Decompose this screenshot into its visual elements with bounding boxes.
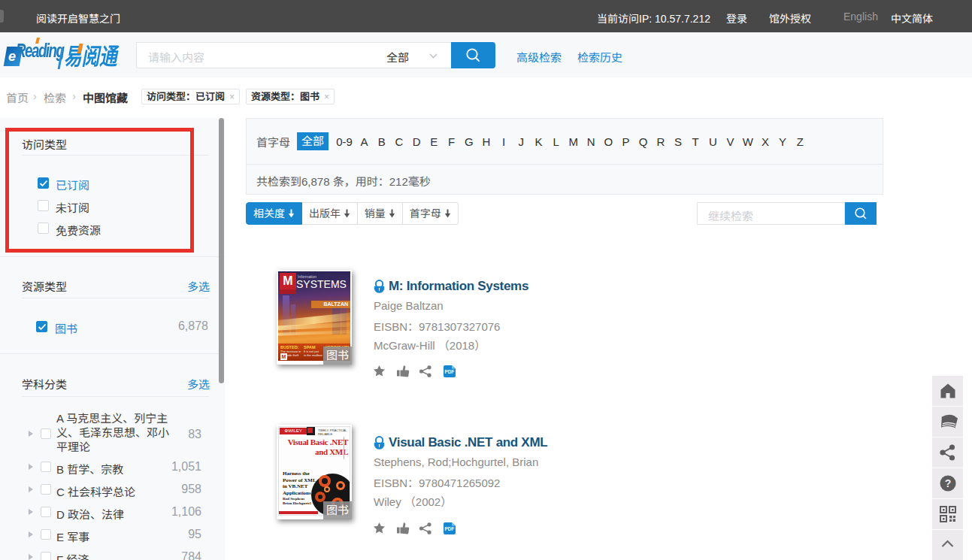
svg-text:PDF: PDF: [444, 369, 454, 374]
svg-text:PDF: PDF: [444, 526, 454, 531]
svg-text:?: ?: [945, 477, 952, 489]
